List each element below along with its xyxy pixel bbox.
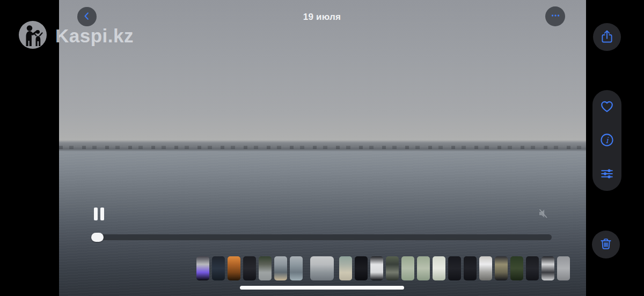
speaker-slash-icon bbox=[536, 214, 551, 223]
back-button[interactable] bbox=[77, 7, 97, 26]
thumbnail[interactable] bbox=[196, 256, 209, 280]
thumbnail[interactable] bbox=[274, 256, 287, 280]
video-player-canvas[interactable] bbox=[59, 0, 586, 296]
thumbnail[interactable] bbox=[510, 256, 523, 280]
thumbnail[interactable] bbox=[557, 256, 570, 280]
thumbnail[interactable] bbox=[290, 256, 303, 280]
delete-button[interactable] bbox=[592, 231, 620, 258]
thumbnail[interactable] bbox=[448, 256, 461, 280]
thumbnail[interactable] bbox=[228, 256, 240, 280]
thumbnail[interactable] bbox=[243, 256, 256, 280]
thumbnail[interactable] bbox=[212, 256, 225, 280]
chevron-left-icon bbox=[82, 11, 92, 23]
progress-track[interactable] bbox=[94, 234, 552, 240]
thumbnail[interactable] bbox=[386, 256, 399, 280]
photos-app-screen: Kaspi.kz 19 июля bbox=[0, 0, 644, 296]
svg-text:i: i bbox=[606, 135, 609, 145]
thumbnail[interactable] bbox=[495, 256, 508, 280]
thumbnail[interactable] bbox=[401, 256, 414, 280]
heart-icon bbox=[599, 98, 615, 116]
progress-handle[interactable] bbox=[91, 233, 104, 242]
thumbnail[interactable] bbox=[433, 256, 445, 280]
thumbnail[interactable] bbox=[464, 256, 477, 280]
thumbnail[interactable] bbox=[479, 256, 492, 280]
watermark-text: Kaspi.kz bbox=[55, 25, 134, 47]
kaspi-people-logo-icon bbox=[18, 20, 47, 51]
share-button[interactable] bbox=[593, 23, 621, 51]
kaspi-watermark: Kaspi.kz bbox=[18, 20, 134, 51]
thumbnail[interactable] bbox=[339, 256, 352, 280]
thumbnail[interactable] bbox=[526, 256, 539, 280]
info-icon: i bbox=[599, 132, 615, 150]
home-indicator[interactable] bbox=[240, 286, 404, 290]
trash-icon bbox=[598, 236, 613, 253]
info-button[interactable]: i bbox=[598, 131, 616, 150]
ellipsis-icon bbox=[550, 10, 561, 23]
mute-button[interactable] bbox=[535, 206, 551, 222]
tools-pill: i bbox=[592, 90, 621, 191]
favorite-button[interactable] bbox=[598, 98, 616, 116]
pause-icon bbox=[94, 208, 98, 220]
thumbnail[interactable] bbox=[259, 256, 272, 280]
share-icon bbox=[599, 29, 614, 46]
thumbnail-current[interactable] bbox=[310, 256, 334, 280]
thumbnail[interactable] bbox=[541, 256, 554, 280]
thumbnail[interactable] bbox=[355, 256, 368, 280]
sliders-icon bbox=[599, 166, 615, 183]
adjust-button[interactable] bbox=[598, 165, 616, 183]
pause-icon bbox=[100, 208, 104, 220]
more-options-button[interactable] bbox=[545, 6, 565, 26]
thumbnail[interactable] bbox=[417, 256, 430, 280]
horizon-coastline bbox=[59, 146, 586, 149]
thumbnail[interactable] bbox=[370, 256, 383, 280]
pause-button[interactable] bbox=[91, 206, 106, 221]
thumbnail-strip bbox=[196, 256, 570, 280]
